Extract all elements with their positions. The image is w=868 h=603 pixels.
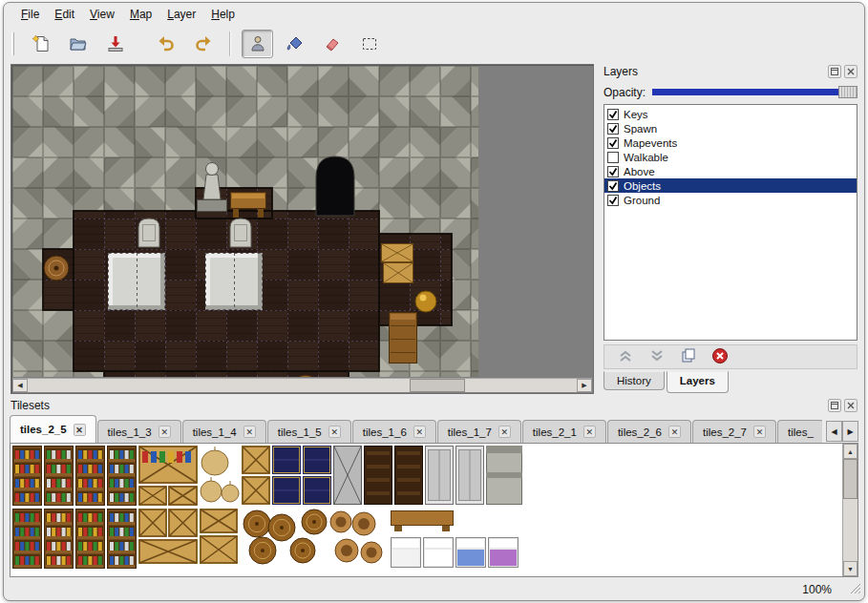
tab-scroll-arrows: ◀ ▶ — [826, 421, 858, 442]
map-view[interactable]: ◀ ▶ — [11, 64, 594, 394]
layer-visibility-checkbox[interactable] — [607, 123, 619, 135]
tileset-tab-tiles_2_6[interactable]: tiles_2_6✕ — [607, 420, 691, 443]
layer-name: Mapevents — [624, 137, 677, 149]
tileset-tab-label: tiles_1_3 — [108, 426, 152, 438]
lower-layer-button[interactable] — [646, 346, 668, 367]
close-tab-icon[interactable]: ✕ — [668, 426, 681, 438]
tileset-tab-tiles[interactable]: tiles_ — [777, 420, 822, 443]
stamp-tool-button[interactable] — [242, 30, 273, 58]
delete-layer-button[interactable] — [709, 346, 731, 367]
close-panel-icon[interactable] — [844, 399, 857, 412]
tileset-canvas[interactable] — [12, 446, 524, 570]
layer-visibility-checkbox[interactable] — [607, 180, 619, 192]
undo-icon — [157, 34, 176, 53]
close-tab-icon[interactable]: ✕ — [74, 424, 86, 436]
tileset-tab-tiles_1_4[interactable]: tiles_1_4✕ — [182, 420, 266, 443]
hscroll-track[interactable] — [28, 379, 577, 392]
person-icon — [248, 34, 267, 53]
close-tab-icon[interactable]: ✕ — [413, 426, 426, 438]
toolbar — [4, 26, 864, 62]
scroll-right-button[interactable]: ▶ — [577, 379, 592, 392]
tileset-tab-tiles_1_5[interactable]: tiles_1_5✕ — [267, 420, 351, 443]
layer-row-spawn[interactable]: Spawn — [604, 121, 857, 135]
tileset-tab-label: tiles_1_6 — [363, 426, 407, 438]
toolbar-handle[interactable] — [11, 32, 14, 55]
map-horizontal-scrollbar[interactable]: ◀ ▶ — [12, 378, 592, 392]
close-tab-icon[interactable]: ✕ — [159, 426, 171, 438]
tileset-tab-tiles_1_6[interactable]: tiles_1_6✕ — [352, 420, 436, 443]
new-map-button[interactable] — [25, 30, 56, 58]
close-panel-icon[interactable] — [844, 65, 857, 78]
layer-visibility-checkbox[interactable] — [607, 166, 619, 177]
menu-item-layer[interactable]: Layer — [159, 5, 203, 24]
menu-item-view[interactable]: View — [82, 5, 122, 24]
redo-button[interactable] — [187, 30, 219, 58]
tabs-scroll-left-button[interactable]: ◀ — [826, 421, 842, 442]
scroll-down-button[interactable]: ▼ — [843, 561, 857, 576]
opacity-slider[interactable] — [652, 86, 857, 98]
map-canvas[interactable] — [12, 66, 478, 377]
paint-bucket-icon — [286, 34, 305, 53]
open-folder-icon — [69, 34, 88, 53]
undo-button[interactable] — [150, 30, 181, 58]
tileset-tab-tiles_2_1[interactable]: tiles_2_1✕ — [522, 420, 606, 443]
tileset-tab-tiles_2_5[interactable]: tiles_2_5✕ — [10, 415, 96, 443]
layer-actions — [603, 344, 857, 369]
redo-icon — [194, 34, 213, 53]
menu-item-file[interactable]: File — [13, 5, 47, 24]
tab-history[interactable]: History — [603, 371, 665, 390]
layer-row-mapevents[interactable]: Mapevents — [604, 135, 857, 150]
layer-row-keys[interactable]: Keys — [604, 107, 857, 121]
tileset-content[interactable]: ▲ ▼ — [10, 443, 858, 577]
vscroll-thumb[interactable] — [843, 459, 857, 499]
fill-tool-button[interactable] — [279, 30, 310, 58]
layer-row-above[interactable]: Above — [604, 164, 857, 178]
tileset-tab-tiles_2_7[interactable]: tiles_2_7✕ — [692, 420, 776, 443]
tileset-tab-label: tiles_2_1 — [533, 426, 577, 438]
layer-row-objects[interactable]: Objects — [604, 178, 857, 193]
close-tab-icon[interactable]: ✕ — [498, 426, 511, 438]
save-map-button[interactable] — [99, 30, 131, 58]
select-tool-button[interactable] — [353, 30, 385, 58]
layer-visibility-checkbox[interactable] — [607, 109, 619, 120]
eraser-tool-button[interactable] — [316, 30, 348, 58]
resize-grip-icon[interactable] — [849, 582, 861, 597]
menu-bar: FileEditViewMapLayerHelp — [4, 3, 864, 26]
menu-item-map[interactable]: Map — [122, 5, 159, 24]
float-panel-icon[interactable] — [828, 399, 841, 412]
scroll-up-button[interactable]: ▲ — [843, 444, 857, 459]
close-tab-icon[interactable]: ✕ — [328, 426, 341, 438]
close-tab-icon[interactable]: ✕ — [243, 426, 256, 438]
float-panel-icon[interactable] — [828, 65, 841, 78]
tileset-tab-tiles_1_3[interactable]: tiles_1_3✕ — [97, 420, 181, 443]
layer-visibility-checkbox[interactable] — [607, 137, 619, 149]
layer-row-walkable[interactable]: Walkable — [604, 150, 857, 164]
vscroll-track[interactable] — [843, 459, 857, 561]
opacity-slider-fill — [652, 89, 838, 95]
tileset-tab-label: tiles_1_4 — [193, 426, 237, 438]
layer-name: Spawn — [624, 123, 657, 135]
tileset-tab-tiles_1_7[interactable]: tiles_1_7✕ — [437, 420, 521, 443]
layer-name: Keys — [624, 109, 648, 120]
close-tab-icon[interactable]: ✕ — [583, 426, 596, 438]
close-tab-icon[interactable]: ✕ — [753, 426, 766, 438]
menu-item-edit[interactable]: Edit — [47, 5, 82, 24]
layer-name: Ground — [624, 195, 660, 206]
tileset-vertical-scrollbar[interactable]: ▲ ▼ — [842, 444, 857, 576]
tileset-tab-label: tiles_ — [788, 426, 814, 438]
duplicate-layer-button[interactable] — [677, 346, 700, 367]
tileset-tab-label: tiles_2_6 — [618, 426, 662, 438]
scroll-left-button[interactable]: ◀ — [12, 379, 28, 392]
layer-row-ground[interactable]: Ground — [604, 193, 857, 207]
layer-list: KeysSpawnMapeventsWalkableAboveObjectsGr… — [603, 104, 857, 341]
open-map-button[interactable] — [62, 30, 94, 58]
raise-layer-button[interactable] — [614, 346, 637, 367]
layer-visibility-checkbox[interactable] — [607, 195, 619, 206]
tabs-scroll-right-button[interactable]: ▶ — [842, 421, 858, 442]
save-icon — [106, 34, 125, 53]
menu-item-help[interactable]: Help — [203, 5, 243, 24]
hscroll-thumb[interactable] — [410, 379, 465, 392]
opacity-slider-handle[interactable] — [838, 86, 857, 98]
tab-layers[interactable]: Layers — [667, 371, 729, 393]
layer-visibility-checkbox[interactable] — [607, 152, 619, 163]
